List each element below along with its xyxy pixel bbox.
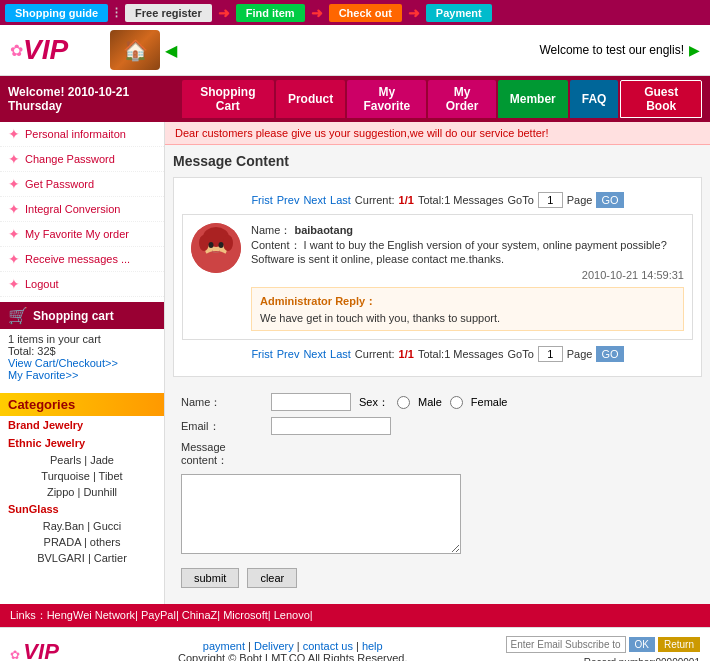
name-label: Name： <box>251 224 291 236</box>
footer-delivery-link[interactable]: Delivery <box>254 640 294 652</box>
form-message-label-row: Message content： <box>181 441 694 468</box>
current-value: 1/1 <box>399 194 414 206</box>
sidebar-item-get-password[interactable]: ✦ Get Password <box>0 172 164 197</box>
tab-member[interactable]: Member <box>498 80 568 118</box>
main-content: Dear customers please give us your sugge… <box>165 122 710 604</box>
sidebar-item-integral[interactable]: ✦ Integral Conversion <box>0 197 164 222</box>
cart-view-link[interactable]: View Cart/Checkout>> <box>8 357 156 369</box>
reply-section: Administrator Reply： We have get in touc… <box>251 287 684 331</box>
cart-icon: 🛒 <box>8 306 28 325</box>
cart-box: 🛒 Shopping cart <box>0 302 164 329</box>
free-register-btn[interactable]: Free register <box>125 4 212 22</box>
sex-label: Sex： <box>359 395 389 410</box>
tab-my-order[interactable]: My Order <box>428 80 495 118</box>
sidebar-menu: ✦ Personal informaiton ✦ Change Password… <box>0 122 164 297</box>
prev-btn[interactable]: Prev <box>277 194 300 206</box>
clear-button[interactable]: clear <box>247 568 297 588</box>
message-item: Name： baibaotang Content： I want to buy … <box>182 214 693 340</box>
shopping-guide-btn[interactable]: Shopping guide <box>5 4 108 22</box>
tab-faq[interactable]: FAQ <box>570 80 619 118</box>
sidebar-item-receive[interactable]: ✦ Receive messages ... <box>0 247 164 272</box>
footer-vip-text: VIP <box>23 639 58 661</box>
name-value: baibaotang <box>294 224 353 236</box>
cat-pearls-jade[interactable]: Pearls | Jade <box>0 452 164 468</box>
categories-header: Categories <box>0 393 164 416</box>
footer-links: payment | Delivery | contact us | help <box>203 640 383 652</box>
tab-guest-book[interactable]: Guest Book <box>620 80 702 118</box>
message-meta: Name： baibaotang <box>251 223 684 238</box>
sidebar-label: My Favorite My order <box>25 228 129 240</box>
avatar-img <box>191 223 241 273</box>
tab-product[interactable]: Product <box>276 80 345 118</box>
go-button-b[interactable]: GO <box>596 346 623 362</box>
pagination-top: Frist Prev Next Last Current: 1/1 Total:… <box>182 192 693 208</box>
subscribe-ok-btn[interactable]: OK <box>629 637 655 652</box>
page-input[interactable] <box>538 192 563 208</box>
svg-point-7 <box>219 242 224 248</box>
current-label-b: Current: <box>355 348 395 360</box>
svg-point-2 <box>202 251 230 271</box>
message-textarea[interactable] <box>181 474 461 554</box>
subscribe-input[interactable] <box>506 636 626 653</box>
prev-btn-b[interactable]: Prev <box>277 348 300 360</box>
payment-btn[interactable]: Payment <box>426 4 492 22</box>
sex-female-label: Female <box>471 396 508 408</box>
find-item-btn[interactable]: Find item <box>236 4 305 22</box>
tab-shopping-cart[interactable]: Shopping Cart <box>182 80 274 118</box>
cat-brand-jewelry[interactable]: Brand Jewelry <box>0 416 164 434</box>
goto-label: GoTo <box>507 194 533 206</box>
arrow3-icon: ➜ <box>408 5 420 21</box>
dot-icon: ✦ <box>8 276 20 292</box>
sidebar-label: Get Password <box>25 178 94 190</box>
message-time: 2010-10-21 14:59:31 <box>251 269 684 281</box>
message-form-label: Message content： <box>181 441 271 468</box>
next-btn[interactable]: Next <box>303 194 326 206</box>
next-btn-b[interactable]: Next <box>303 348 326 360</box>
cat-sunglass[interactable]: SunGlass <box>0 500 164 518</box>
email-input[interactable] <box>271 417 391 435</box>
cart-favorite-link[interactable]: My Favorite>> <box>8 369 156 381</box>
last-btn[interactable]: Last <box>330 194 351 206</box>
footer-crown-icon: ✿ <box>10 648 20 661</box>
footer-payment-link[interactable]: payment <box>203 640 245 652</box>
cat-rayban-gucci[interactable]: Ray.Ban | Gucci <box>0 518 164 534</box>
name-input[interactable] <box>271 393 351 411</box>
cat-zippo-dunhill[interactable]: Zippo | Dunhill <box>0 484 164 500</box>
separator1: ⁝ <box>114 3 119 22</box>
check-out-btn[interactable]: Check out <box>329 4 402 22</box>
footer-center: payment | Delivery | contact us | help C… <box>80 640 506 661</box>
name-form-label: Name： <box>181 395 271 410</box>
sidebar-item-logout[interactable]: ✦ Logout <box>0 272 164 297</box>
cat-bvlgari-cartier[interactable]: BVLGARI | Cartier <box>0 550 164 566</box>
footer-contact-link[interactable]: contact us <box>303 640 353 652</box>
tab-my-favorite[interactable]: My Favorite <box>347 80 426 118</box>
cart-total: Total: 32$ <box>8 345 156 357</box>
go-button[interactable]: GO <box>596 192 623 208</box>
sidebar-item-change-password[interactable]: ✦ Change Password <box>0 147 164 172</box>
sex-male-radio[interactable] <box>397 396 410 409</box>
total-label-b: Total:1 Messages <box>418 348 504 360</box>
first-btn[interactable]: Frist <box>251 194 272 206</box>
sidebar-item-myfavorite[interactable]: ✦ My Favorite My order <box>0 222 164 247</box>
sex-female-radio[interactable] <box>450 396 463 409</box>
green-arrow-icon: ▶ <box>689 42 700 58</box>
cat-ethnic-jewelry[interactable]: Ethnic Jewelry <box>0 434 164 452</box>
cat-turquoise-tibet[interactable]: Turquoise | Tibet <box>0 468 164 484</box>
arrow1-icon: ➜ <box>218 5 230 21</box>
subscribe-section: OK Return <box>506 636 700 653</box>
page-input-b[interactable] <box>538 346 563 362</box>
section-title: Message Content <box>173 153 702 169</box>
subscribe-return-btn[interactable]: Return <box>658 637 700 652</box>
home-icon[interactable]: 🏠 <box>110 30 160 70</box>
last-btn-b[interactable]: Last <box>330 348 351 360</box>
footer-help-link[interactable]: help <box>362 640 383 652</box>
sex-male-label: Male <box>418 396 442 408</box>
dot-icon: ✦ <box>8 176 20 192</box>
cat-prada-others[interactable]: PRADA | others <box>0 534 164 550</box>
first-btn-b[interactable]: Frist <box>251 348 272 360</box>
cart-title: Shopping cart <box>33 309 114 323</box>
crown-icon: ✿ <box>10 41 23 60</box>
sidebar-label: Receive messages ... <box>25 253 130 265</box>
sidebar-item-personal[interactable]: ✦ Personal informaiton <box>0 122 164 147</box>
submit-button[interactable]: submit <box>181 568 239 588</box>
